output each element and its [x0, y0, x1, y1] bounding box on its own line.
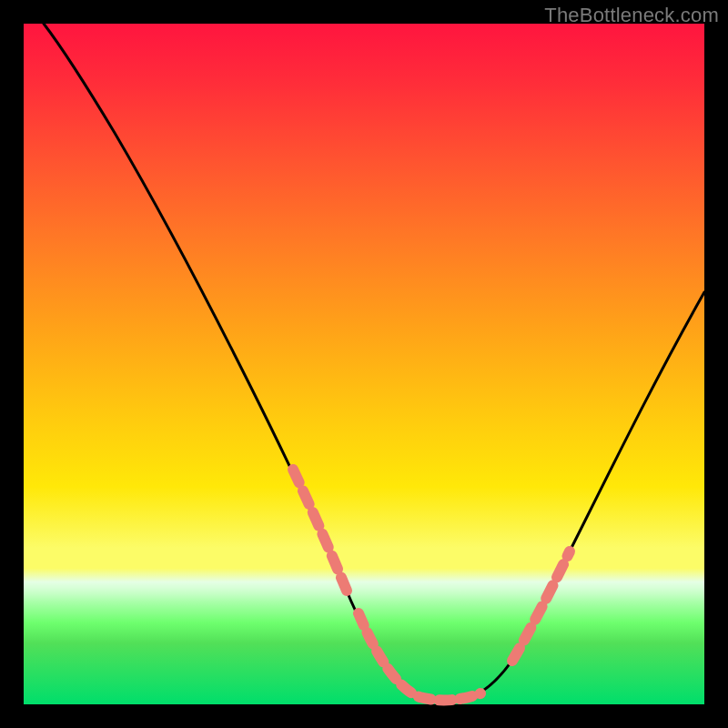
bottleneck-curve-line	[44, 24, 704, 701]
curve-svg	[24, 24, 704, 704]
highlight-left	[293, 470, 347, 591]
highlight-bottom	[359, 613, 480, 700]
watermark-text: TheBottleneck.com	[544, 4, 719, 27]
chart-frame: TheBottleneck.com	[0, 0, 728, 728]
highlight-right	[512, 551, 570, 661]
